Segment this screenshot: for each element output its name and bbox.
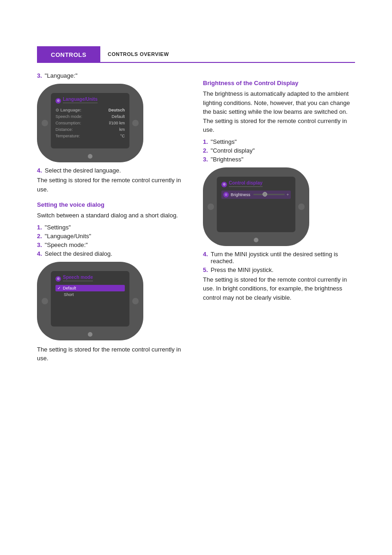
voice-step-1-text: "Settings" — [45, 224, 71, 231]
device-btn-left-3 — [208, 204, 214, 210]
screen-title-row-1: ⚙ Language/Units — [55, 97, 125, 105]
checkmark: ✓ — [57, 286, 61, 290]
brightness-para-2: The setting is stored for the remote con… — [203, 275, 355, 302]
voice-step-1-num: 1. — [37, 224, 42, 231]
brightness-step-3-text: "Brightness" — [211, 156, 244, 163]
voice-step-3-num: 3. — [37, 241, 42, 248]
brightness-step-2: 2. "Control display" — [203, 147, 355, 154]
brightness-step-2-text: "Control display" — [211, 147, 255, 154]
voice-step-3-text: "Speech mode:" — [45, 241, 88, 248]
controls-label: CONTROLS — [51, 51, 86, 58]
voice-step-4: 4. Select the desired dialog. — [37, 250, 189, 257]
screen-title-row-2: ⚙ Speech mode — [55, 275, 125, 283]
device-screenshot-1: ⚙ Language/Units ⊙ Language: Deutsch Spe… — [37, 84, 143, 162]
para-1: The setting is stored for the remote con… — [37, 176, 189, 194]
brightness-para-1: The brightness is automatically adapted … — [203, 89, 355, 135]
header-bar: CONTROLS CONTROLS OVERVIEW — [37, 46, 355, 63]
brightness-slider-thumb — [263, 192, 267, 197]
brightness-step-4: 4. Turn the MINI joystick until the desi… — [203, 251, 355, 265]
voice-step-4-text: Select the desired dialog. — [45, 250, 112, 257]
brightness-step-5-num: 5. — [203, 266, 208, 273]
header-divider — [96, 46, 100, 63]
device-btn-bottom-2 — [88, 332, 92, 337]
right-column: Brightness of the Control Display The br… — [203, 72, 355, 367]
para-2: Switch between a standard dialog and a s… — [37, 211, 189, 220]
screen-title-row-3: ⚙ Control display — [221, 180, 291, 189]
voice-step-3: 3. "Speech mode:" — [37, 241, 189, 248]
brightness-control-row: ⊙ Brightness + — [221, 191, 291, 199]
speech-mode-short: Short — [55, 291, 125, 298]
voice-step-2-num: 2. — [37, 233, 42, 240]
header-section-title: CONTROLS OVERVIEW — [100, 46, 355, 63]
screen-row-distance: Distance: km — [55, 126, 125, 133]
brightness-circle-icon: ⊙ — [223, 192, 229, 197]
device-btn-left-1 — [42, 120, 48, 126]
device-screenshot-2: ⚙ Speech mode ✓ Default Short — [37, 262, 143, 340]
item-3-text: "Language:" — [45, 72, 78, 79]
screen-icon-3: ⚙ — [221, 182, 227, 187]
voice-step-2-text: "Language/Units" — [45, 233, 91, 240]
device-btn-right-3 — [298, 204, 305, 210]
device-btn-right-1 — [132, 120, 139, 126]
voice-step-2: 2. "Language/Units" — [37, 233, 189, 240]
screen-title-3: Control display — [229, 180, 263, 187]
voice-dialog-heading: Setting the voice dialog — [37, 201, 189, 208]
device-screenshot-3: ⚙ Control display ⊙ Brightness + — [203, 167, 309, 246]
brightness-step-1: 1. "Settings" — [203, 138, 355, 145]
header-purple-left — [37, 46, 42, 63]
brightness-label: Brightness — [231, 192, 251, 197]
screen-icon-1: ⚙ — [55, 98, 61, 104]
brightness-step-5: 5. Press the MINI joystick. — [203, 266, 355, 273]
screen-row-speech: Speech mode: Default — [55, 113, 125, 120]
para-3: The setting is stored for the remote con… — [37, 345, 189, 363]
device-screen-1: ⚙ Language/Units ⊙ Language: Deutsch Spe… — [51, 93, 129, 148]
device-btn-bottom-3 — [254, 238, 258, 242]
brightness-step-2-num: 2. — [203, 147, 208, 154]
brightness-step-4-text: Turn the MINI joystick until the desired… — [211, 251, 355, 265]
brightness-step-3-num: 3. — [203, 156, 208, 163]
screen-title-2: Speech mode — [63, 275, 93, 281]
screen-row-language: ⊙ Language: Deutsch — [55, 107, 125, 113]
brightness-step-1-text: "Settings" — [211, 138, 237, 145]
device-btn-bottom-1 — [88, 154, 92, 159]
screen-row-consumption: Consumption: l/100 km — [55, 120, 125, 126]
brightness-step-3: 3. "Brightness" — [203, 156, 355, 163]
item-4: 4. Select the desired language. — [37, 167, 189, 174]
device-screen-2: ⚙ Speech mode ✓ Default Short — [51, 271, 129, 327]
content-area: 3. "Language:" ⚙ Language/Units ⊙ Langua… — [37, 72, 355, 367]
item-4-text: Select the desired language. — [45, 167, 121, 174]
item-3: 3. "Language:" — [37, 72, 189, 79]
brightness-heading: Brightness of the Control Display — [203, 80, 355, 86]
screen-row-temperature: Temperature: °C — [55, 133, 125, 139]
device-btn-right-2 — [132, 298, 139, 304]
brightness-step-5-text: Press the MINI joystick. — [211, 266, 274, 273]
item-3-num: 3. — [37, 72, 42, 79]
device-screen-3: ⚙ Control display ⊙ Brightness + — [217, 177, 295, 232]
brightness-step-1-num: 1. — [203, 138, 208, 145]
speech-mode-default: ✓ Default — [55, 285, 125, 291]
device-btn-left-2 — [42, 298, 48, 304]
voice-step-1: 1. "Settings" — [37, 224, 189, 231]
left-column: 3. "Language:" ⚙ Language/Units ⊙ Langua… — [37, 72, 189, 367]
header-controls-tab: CONTROLS — [42, 46, 96, 63]
screen-title-1: Language/Units — [63, 97, 98, 103]
item-4-num: 4. — [37, 167, 42, 174]
voice-step-4-num: 4. — [37, 250, 42, 257]
screen-icon-2: ⚙ — [55, 276, 61, 282]
page-container: CONTROLS CONTROLS OVERVIEW 3. "Language:… — [0, 46, 392, 555]
brightness-slider-track — [253, 194, 285, 195]
brightness-step-4-num: 4. — [203, 251, 208, 265]
